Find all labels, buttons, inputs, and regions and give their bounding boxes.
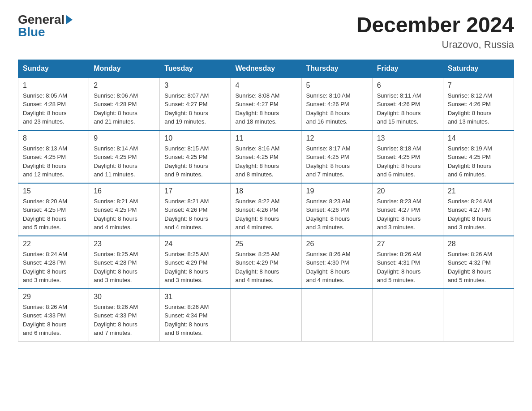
calendar-cell: 2Sunrise: 8:06 AM Sunset: 4:28 PM Daylig… xyxy=(89,77,160,130)
logo: General Blue xyxy=(18,13,73,39)
column-header-saturday: Saturday xyxy=(443,60,514,77)
calendar-cell: 30Sunrise: 8:26 AM Sunset: 4:33 PM Dayli… xyxy=(89,289,160,342)
day-info: Sunrise: 8:23 AM Sunset: 4:26 PM Dayligh… xyxy=(306,197,368,232)
column-header-tuesday: Tuesday xyxy=(160,60,231,77)
day-info: Sunrise: 8:10 AM Sunset: 4:26 PM Dayligh… xyxy=(306,91,368,126)
day-number: 26 xyxy=(306,240,368,248)
calendar-cell xyxy=(443,289,514,342)
day-number: 3 xyxy=(164,81,226,90)
day-info: Sunrise: 8:15 AM Sunset: 4:25 PM Dayligh… xyxy=(164,144,226,179)
day-number: 21 xyxy=(448,187,509,195)
calendar-cell: 31Sunrise: 8:26 AM Sunset: 4:34 PM Dayli… xyxy=(160,289,231,342)
calendar-cell: 24Sunrise: 8:25 AM Sunset: 4:29 PM Dayli… xyxy=(160,236,231,289)
calendar-cell: 28Sunrise: 8:26 AM Sunset: 4:32 PM Dayli… xyxy=(443,236,514,289)
calendar-cell: 13Sunrise: 8:18 AM Sunset: 4:25 PM Dayli… xyxy=(372,130,443,183)
logo-arrow-icon xyxy=(66,15,73,24)
calendar-cell: 8Sunrise: 8:13 AM Sunset: 4:25 PM Daylig… xyxy=(18,130,89,183)
calendar-cell: 17Sunrise: 8:21 AM Sunset: 4:26 PM Dayli… xyxy=(160,183,231,236)
calendar-cell: 19Sunrise: 8:23 AM Sunset: 4:26 PM Dayli… xyxy=(301,183,372,236)
calendar-cell: 9Sunrise: 8:14 AM Sunset: 4:25 PM Daylig… xyxy=(89,130,160,183)
day-info: Sunrise: 8:25 AM Sunset: 4:29 PM Dayligh… xyxy=(235,250,296,285)
day-number: 12 xyxy=(306,134,368,142)
title-block: December 2024 Urazovo, Russia xyxy=(356,13,514,51)
calendar-cell: 23Sunrise: 8:25 AM Sunset: 4:28 PM Dayli… xyxy=(89,236,160,289)
day-info: Sunrise: 8:20 AM Sunset: 4:25 PM Dayligh… xyxy=(23,197,84,232)
day-number: 22 xyxy=(23,240,84,248)
day-number: 17 xyxy=(164,187,226,195)
calendar-cell: 7Sunrise: 8:12 AM Sunset: 4:26 PM Daylig… xyxy=(443,77,514,130)
calendar-cell: 14Sunrise: 8:19 AM Sunset: 4:25 PM Dayli… xyxy=(443,130,514,183)
column-header-thursday: Thursday xyxy=(301,60,372,77)
day-info: Sunrise: 8:26 AM Sunset: 4:33 PM Dayligh… xyxy=(94,303,155,338)
day-number: 5 xyxy=(306,81,368,90)
day-info: Sunrise: 8:07 AM Sunset: 4:27 PM Dayligh… xyxy=(164,91,226,126)
day-info: Sunrise: 8:21 AM Sunset: 4:26 PM Dayligh… xyxy=(164,197,226,232)
day-info: Sunrise: 8:19 AM Sunset: 4:25 PM Dayligh… xyxy=(448,144,509,179)
calendar-cell: 26Sunrise: 8:26 AM Sunset: 4:30 PM Dayli… xyxy=(301,236,372,289)
calendar-week-row: 8Sunrise: 8:13 AM Sunset: 4:25 PM Daylig… xyxy=(18,130,514,183)
calendar-cell: 27Sunrise: 8:26 AM Sunset: 4:31 PM Dayli… xyxy=(372,236,443,289)
day-number: 11 xyxy=(235,134,296,142)
day-info: Sunrise: 8:25 AM Sunset: 4:28 PM Dayligh… xyxy=(94,250,155,285)
column-header-sunday: Sunday xyxy=(18,60,89,77)
day-number: 14 xyxy=(448,134,509,142)
calendar-table: SundayMondayTuesdayWednesdayThursdayFrid… xyxy=(18,60,514,342)
calendar-cell: 11Sunrise: 8:16 AM Sunset: 4:25 PM Dayli… xyxy=(231,130,301,183)
day-info: Sunrise: 8:24 AM Sunset: 4:27 PM Dayligh… xyxy=(448,197,509,232)
calendar-cell: 4Sunrise: 8:08 AM Sunset: 4:27 PM Daylig… xyxy=(231,77,301,130)
calendar-cell: 10Sunrise: 8:15 AM Sunset: 4:25 PM Dayli… xyxy=(160,130,231,183)
calendar-week-row: 15Sunrise: 8:20 AM Sunset: 4:25 PM Dayli… xyxy=(18,183,514,236)
page-header: General Blue December 2024 Urazovo, Russ… xyxy=(18,13,514,51)
calendar-cell: 15Sunrise: 8:20 AM Sunset: 4:25 PM Dayli… xyxy=(18,183,89,236)
calendar-cell: 25Sunrise: 8:25 AM Sunset: 4:29 PM Dayli… xyxy=(231,236,301,289)
day-number: 31 xyxy=(164,293,226,301)
calendar-cell: 6Sunrise: 8:11 AM Sunset: 4:26 PM Daylig… xyxy=(372,77,443,130)
day-number: 28 xyxy=(448,240,509,248)
calendar-cell: 21Sunrise: 8:24 AM Sunset: 4:27 PM Dayli… xyxy=(443,183,514,236)
day-info: Sunrise: 8:24 AM Sunset: 4:28 PM Dayligh… xyxy=(23,250,84,285)
day-info: Sunrise: 8:12 AM Sunset: 4:26 PM Dayligh… xyxy=(448,91,509,126)
column-header-wednesday: Wednesday xyxy=(231,60,301,77)
calendar-cell xyxy=(301,289,372,342)
day-info: Sunrise: 8:21 AM Sunset: 4:25 PM Dayligh… xyxy=(94,197,155,232)
day-number: 1 xyxy=(23,81,84,90)
day-info: Sunrise: 8:13 AM Sunset: 4:25 PM Dayligh… xyxy=(23,144,84,179)
logo-blue-text: Blue xyxy=(18,26,45,39)
day-number: 20 xyxy=(377,187,438,195)
day-number: 2 xyxy=(94,81,155,90)
day-info: Sunrise: 8:17 AM Sunset: 4:25 PM Dayligh… xyxy=(306,144,368,179)
day-info: Sunrise: 8:06 AM Sunset: 4:28 PM Dayligh… xyxy=(94,91,155,126)
day-info: Sunrise: 8:14 AM Sunset: 4:25 PM Dayligh… xyxy=(94,144,155,179)
day-number: 15 xyxy=(23,187,84,195)
calendar-cell: 22Sunrise: 8:24 AM Sunset: 4:28 PM Dayli… xyxy=(18,236,89,289)
day-number: 8 xyxy=(23,134,84,142)
day-number: 19 xyxy=(306,187,368,195)
day-info: Sunrise: 8:16 AM Sunset: 4:25 PM Dayligh… xyxy=(235,144,296,179)
day-info: Sunrise: 8:25 AM Sunset: 4:29 PM Dayligh… xyxy=(164,250,226,285)
day-number: 4 xyxy=(235,81,296,90)
calendar-cell: 18Sunrise: 8:22 AM Sunset: 4:26 PM Dayli… xyxy=(231,183,301,236)
day-info: Sunrise: 8:22 AM Sunset: 4:26 PM Dayligh… xyxy=(235,197,296,232)
day-number: 6 xyxy=(377,81,438,90)
calendar-subtitle: Urazovo, Russia xyxy=(356,39,514,51)
day-info: Sunrise: 8:26 AM Sunset: 4:34 PM Dayligh… xyxy=(164,303,226,338)
calendar-cell: 3Sunrise: 8:07 AM Sunset: 4:27 PM Daylig… xyxy=(160,77,231,130)
calendar-week-row: 1Sunrise: 8:05 AM Sunset: 4:28 PM Daylig… xyxy=(18,77,514,130)
day-number: 10 xyxy=(164,134,226,142)
calendar-week-row: 22Sunrise: 8:24 AM Sunset: 4:28 PM Dayli… xyxy=(18,236,514,289)
day-number: 7 xyxy=(448,81,509,90)
day-info: Sunrise: 8:26 AM Sunset: 4:33 PM Dayligh… xyxy=(23,303,84,338)
calendar-cell xyxy=(231,289,301,342)
calendar-cell: 5Sunrise: 8:10 AM Sunset: 4:26 PM Daylig… xyxy=(301,77,372,130)
calendar-cell: 12Sunrise: 8:17 AM Sunset: 4:25 PM Dayli… xyxy=(301,130,372,183)
day-info: Sunrise: 8:11 AM Sunset: 4:26 PM Dayligh… xyxy=(377,91,438,126)
calendar-cell: 16Sunrise: 8:21 AM Sunset: 4:25 PM Dayli… xyxy=(89,183,160,236)
day-info: Sunrise: 8:18 AM Sunset: 4:25 PM Dayligh… xyxy=(377,144,438,179)
calendar-title: December 2024 xyxy=(356,13,514,37)
calendar-cell: 1Sunrise: 8:05 AM Sunset: 4:28 PM Daylig… xyxy=(18,77,89,130)
day-info: Sunrise: 8:26 AM Sunset: 4:30 PM Dayligh… xyxy=(306,250,368,285)
day-info: Sunrise: 8:05 AM Sunset: 4:28 PM Dayligh… xyxy=(23,91,84,126)
day-number: 24 xyxy=(164,240,226,248)
logo-general-text: General xyxy=(18,13,64,26)
calendar-cell: 20Sunrise: 8:23 AM Sunset: 4:27 PM Dayli… xyxy=(372,183,443,236)
